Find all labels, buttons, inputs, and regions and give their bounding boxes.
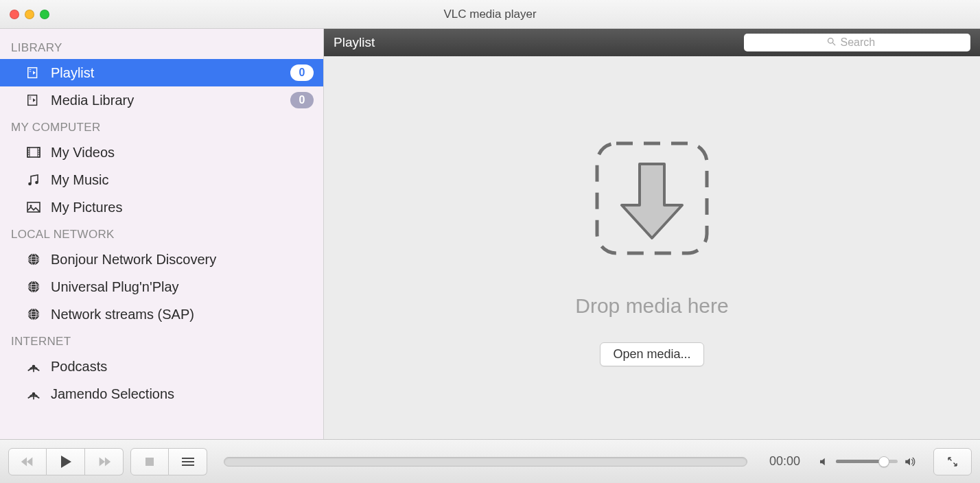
count-badge: 0: [290, 92, 314, 108]
sidebar-item-bonjour[interactable]: Bonjour Network Discovery: [0, 246, 323, 273]
svg-line-36: [832, 43, 835, 45]
network-icon: [25, 278, 43, 296]
section-header-library: LIBRARY: [0, 34, 323, 59]
sidebar-item-my-videos[interactable]: My Videos: [0, 139, 323, 166]
volume-slider[interactable]: [836, 460, 898, 463]
volume-high-icon[interactable]: [903, 456, 917, 468]
network-icon: [25, 305, 43, 323]
svg-rect-38: [145, 458, 154, 466]
volume-thumb[interactable]: [878, 456, 889, 467]
previous-button[interactable]: [8, 448, 47, 475]
svg-point-35: [828, 38, 833, 43]
sidebar-item-upnp[interactable]: Universal Plug'n'Play: [0, 273, 323, 301]
sidebar-item-playlist[interactable]: Playlist 0: [0, 59, 323, 86]
sidebar-item-label: Podcasts: [51, 359, 314, 375]
podcast-icon: [25, 385, 43, 403]
seek-slider[interactable]: [224, 457, 747, 467]
sidebar-item-label: My Videos: [51, 145, 314, 161]
search-icon: [826, 36, 837, 49]
sidebar-item-label: Media Library: [51, 93, 290, 108]
zoom-window-button[interactable]: [40, 10, 49, 19]
podcast-icon: [25, 357, 43, 375]
section-header-internet: INTERNET: [0, 328, 323, 353]
play-button[interactable]: [47, 448, 85, 475]
window-controls: [10, 10, 49, 19]
sidebar-item-label: My Music: [51, 172, 314, 188]
sidebar-item-label: Playlist: [51, 65, 290, 81]
window-title: VLC media player: [0, 8, 980, 21]
next-button[interactable]: [85, 448, 124, 475]
playlist-toggle-button[interactable]: [169, 448, 207, 475]
stop-button[interactable]: [130, 448, 169, 475]
section-header-local-network: LOCAL NETWORK: [0, 221, 323, 246]
time-display: 00:00: [769, 454, 800, 469]
sidebar-item-media-library[interactable]: Media Library 0: [0, 86, 323, 114]
playlist-icon: [25, 64, 43, 82]
fullscreen-button[interactable]: [933, 448, 972, 475]
control-bar: 00:00: [0, 439, 980, 483]
section-header-my-computer: MY COMPUTER: [0, 114, 323, 139]
pictures-icon: [25, 198, 43, 216]
stop-playlist-buttons: [130, 448, 207, 475]
sidebar-item-my-music[interactable]: My Music: [0, 166, 323, 193]
sidebar-item-label: Network streams (SAP): [51, 307, 314, 322]
minimize-window-button[interactable]: [25, 10, 34, 19]
drop-area[interactable]: Drop media here Open media...: [324, 56, 980, 439]
sidebar-item-jamendo[interactable]: Jamendo Selections: [0, 380, 323, 408]
music-icon: [25, 171, 43, 189]
drop-text: Drop media here: [575, 294, 728, 318]
content-header-title: Playlist: [334, 35, 744, 50]
svg-point-15: [28, 182, 32, 186]
volume-control: [818, 456, 917, 468]
volume-low-icon[interactable]: [818, 456, 830, 468]
network-icon: [25, 250, 43, 268]
sidebar-item-label: Bonjour Network Discovery: [51, 252, 314, 268]
sidebar-item-label: Jamendo Selections: [51, 386, 314, 402]
video-icon: [25, 143, 43, 161]
sidebar-item-label: My Pictures: [51, 200, 314, 215]
content-area: Playlist Drop media here Open media...: [324, 29, 980, 439]
sidebar-item-my-pictures[interactable]: My Pictures: [0, 193, 323, 221]
sidebar-item-label: Universal Plug'n'Play: [51, 279, 314, 295]
drop-arrow-icon: [583, 130, 721, 270]
titlebar: VLC media player: [0, 0, 980, 29]
close-window-button[interactable]: [10, 10, 19, 19]
open-media-button[interactable]: Open media...: [600, 342, 703, 366]
count-badge: 0: [290, 64, 314, 81]
search-box[interactable]: [744, 34, 970, 51]
sidebar: LIBRARY Playlist 0 Media Library 0 MY CO…: [0, 29, 324, 439]
search-input[interactable]: [841, 36, 889, 49]
svg-point-16: [35, 181, 38, 185]
library-icon: [25, 91, 43, 109]
sidebar-item-sap[interactable]: Network streams (SAP): [0, 301, 323, 328]
main-area: LIBRARY Playlist 0 Media Library 0 MY CO…: [0, 29, 980, 439]
sidebar-item-podcasts[interactable]: Podcasts: [0, 353, 323, 380]
content-header: Playlist: [324, 29, 980, 56]
playback-buttons: [8, 448, 124, 475]
